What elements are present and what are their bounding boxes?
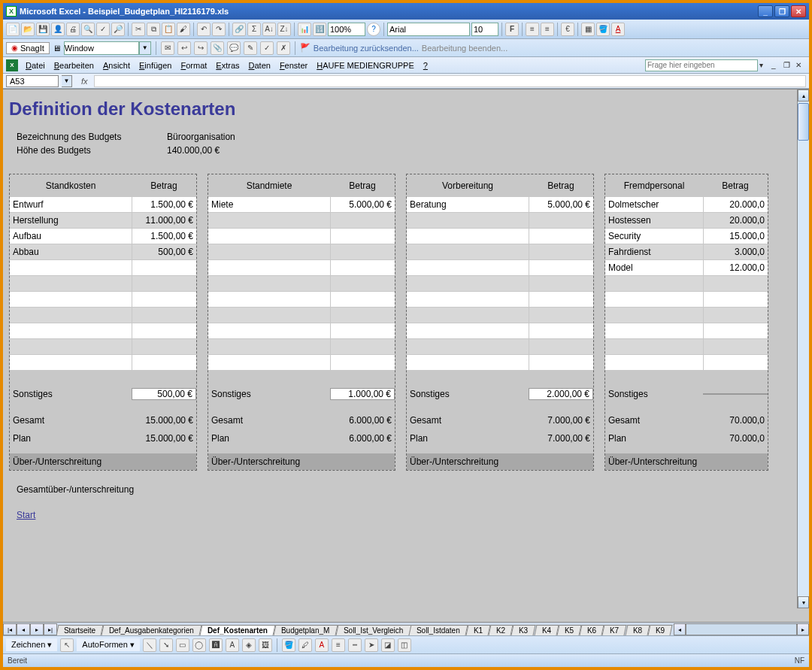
- sort-asc-icon[interactable]: A↓: [262, 23, 276, 36]
- table-row[interactable]: Fahrdienst3.000,0: [605, 244, 768, 260]
- table-row[interactable]: [605, 308, 768, 323]
- dash-style-icon[interactable]: ┅: [348, 638, 362, 652]
- reply-icon[interactable]: ↩: [177, 41, 191, 55]
- permission-icon[interactable]: 👤: [51, 23, 65, 36]
- table-row[interactable]: Hostessen20.000,0: [605, 213, 768, 229]
- spell-icon[interactable]: ✓: [96, 23, 110, 36]
- print-icon[interactable]: 🖨: [66, 23, 80, 36]
- save-icon[interactable]: 💾: [36, 23, 50, 36]
- table-row[interactable]: [208, 308, 395, 323]
- table-row[interactable]: [208, 276, 395, 292]
- table-row[interactable]: [407, 213, 593, 229]
- comment-icon[interactable]: 💬: [227, 41, 241, 55]
- 3d-icon[interactable]: ◫: [398, 638, 411, 652]
- sheet-tab-Startseite[interactable]: Startseite: [57, 625, 104, 635]
- table-row[interactable]: [208, 229, 395, 244]
- send-back-button[interactable]: Bearbeitung zurücksenden...: [314, 44, 419, 53]
- zoom-select[interactable]: [328, 23, 365, 36]
- autoshapes-menu[interactable]: AutoFormen ▾: [77, 638, 140, 651]
- new-icon[interactable]: 📄: [6, 23, 20, 36]
- table-row[interactable]: [605, 339, 768, 355]
- table-row[interactable]: [407, 244, 593, 260]
- font-name-select[interactable]: [387, 23, 470, 36]
- align-left-icon[interactable]: ≡: [526, 23, 539, 36]
- oval-icon[interactable]: ◯: [192, 638, 206, 652]
- worksheet-area[interactable]: Definition der Kostenarten Bezeichnung d…: [3, 89, 809, 523]
- table-row[interactable]: [10, 323, 196, 339]
- table-row[interactable]: [407, 276, 593, 292]
- tab-last-button[interactable]: ▸|: [44, 623, 57, 635]
- table-row[interactable]: [605, 276, 768, 292]
- table-row[interactable]: Entwurf1.500,00 €: [10, 197, 196, 213]
- doc-close-button[interactable]: ✕: [795, 61, 806, 69]
- table-row[interactable]: [605, 355, 768, 371]
- tab-next-button[interactable]: ▸: [30, 623, 44, 635]
- fill-color-icon[interactable]: 🪣: [596, 23, 610, 36]
- line-icon[interactable]: ＼: [143, 638, 156, 652]
- sheet-tab-K5[interactable]: K5: [556, 625, 581, 635]
- menu-einfügen[interactable]: Einfügen: [135, 59, 176, 71]
- draw-menu[interactable]: Zeichnen ▾: [6, 638, 57, 651]
- table-row[interactable]: [407, 339, 593, 355]
- maximize-button[interactable]: ❐: [774, 5, 789, 17]
- sheet-tab-K8[interactable]: K8: [625, 625, 650, 635]
- pivot-icon[interactable]: 🔢: [313, 23, 326, 36]
- table-row[interactable]: Herstellung11.000,00 €: [10, 213, 196, 229]
- menu-datei[interactable]: Datei: [21, 59, 50, 71]
- table-row[interactable]: Security15.000,0: [605, 229, 768, 244]
- minimize-button[interactable]: _: [758, 5, 773, 17]
- table-row[interactable]: Dolmetscher20.000,0: [605, 197, 768, 213]
- table-row[interactable]: [407, 323, 593, 339]
- table-row[interactable]: [10, 308, 196, 323]
- sheet-tab-K2[interactable]: K2: [489, 625, 514, 635]
- table-row[interactable]: [407, 355, 593, 371]
- name-box[interactable]: A53: [6, 75, 59, 87]
- table-row[interactable]: Abbau500,00 €: [10, 244, 196, 260]
- diagram-icon[interactable]: ◈: [242, 638, 256, 652]
- table-row[interactable]: [208, 213, 395, 229]
- menu-extras[interactable]: Extras: [211, 59, 244, 71]
- open-icon[interactable]: 📂: [21, 23, 35, 36]
- clipart-icon[interactable]: 🖼: [259, 638, 272, 652]
- sheet-tab-Soll_Ist_Vergleich[interactable]: Soll_Ist_Vergleich: [335, 625, 411, 635]
- autosum-icon[interactable]: Σ: [247, 23, 261, 36]
- tab-prev-button[interactable]: ◂: [17, 623, 30, 635]
- table-row[interactable]: [208, 260, 395, 276]
- sonstiges-value[interactable]: 500,00 €: [132, 388, 196, 400]
- tab-first-button[interactable]: |◂: [3, 623, 17, 635]
- align-center-icon[interactable]: ≡: [541, 23, 554, 36]
- menu-ansicht[interactable]: Ansicht: [98, 59, 135, 71]
- sheet-tab-K4[interactable]: K4: [534, 625, 559, 635]
- table-row[interactable]: Aufbau1.500,00 €: [10, 229, 196, 244]
- sonstiges-value[interactable]: 1.000,00 €: [330, 388, 395, 400]
- undo-icon[interactable]: ↶: [197, 23, 211, 36]
- redo-icon[interactable]: ↷: [212, 23, 226, 36]
- close-button[interactable]: ✕: [791, 5, 806, 17]
- hyperlink-icon[interactable]: 🔗: [232, 23, 246, 36]
- snagit-scope-select[interactable]: [64, 41, 139, 55]
- menu-haufe mediengruppe[interactable]: HAUFE MEDIENGRUPPE: [312, 59, 419, 71]
- paste-icon[interactable]: 📋: [162, 23, 175, 36]
- attachment-icon[interactable]: 📎: [211, 41, 224, 55]
- arrow-style-icon[interactable]: ➤: [365, 638, 378, 652]
- format-painter-icon[interactable]: 🖌: [177, 23, 190, 36]
- research-icon[interactable]: 🔎: [111, 23, 125, 36]
- arrow-icon[interactable]: ➘: [159, 638, 173, 652]
- menu-fenster[interactable]: Fenster: [275, 59, 312, 71]
- table-row[interactable]: [208, 339, 395, 355]
- sonstiges-value[interactable]: 2.000,00 €: [529, 388, 593, 400]
- table-row[interactable]: Miete5.000,00 €: [208, 197, 395, 213]
- rectangle-icon[interactable]: ▭: [176, 638, 189, 652]
- shadow-icon[interactable]: ◪: [381, 638, 395, 652]
- table-row[interactable]: [407, 260, 593, 276]
- font-size-select[interactable]: [471, 23, 498, 36]
- doc-minimize-button[interactable]: _: [771, 61, 782, 69]
- table-row[interactable]: [208, 323, 395, 339]
- currency-icon[interactable]: €: [561, 23, 574, 36]
- table-row[interactable]: [605, 292, 768, 308]
- table-row[interactable]: [10, 260, 196, 276]
- workbook-icon[interactable]: X: [6, 59, 18, 71]
- table-row[interactable]: [407, 308, 593, 323]
- hscroll-left-button[interactable]: ◂: [674, 623, 686, 635]
- bold-icon[interactable]: F: [505, 23, 519, 36]
